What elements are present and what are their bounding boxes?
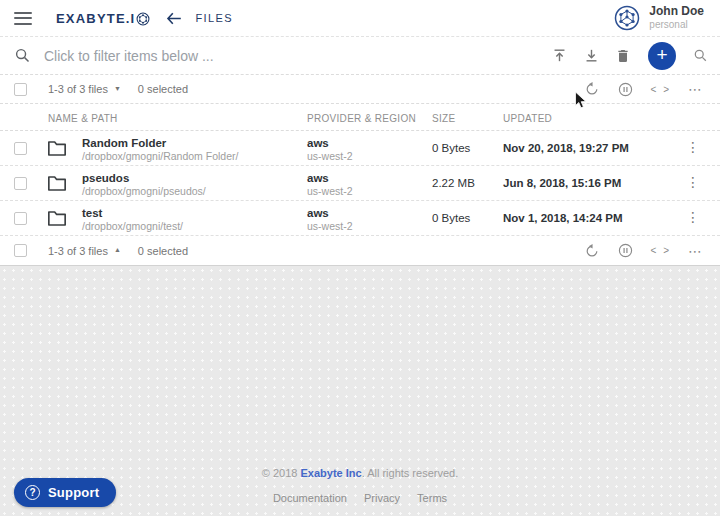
column-name-path[interactable]: NAME & PATH — [48, 113, 118, 124]
provider-cell: aws us-west-2 — [307, 136, 353, 164]
file-size: 0 Bytes — [432, 142, 470, 154]
chevron-up-icon[interactable]: ▲ — [114, 246, 121, 253]
region: us-west-2 — [307, 150, 353, 163]
user-account-type: personal — [649, 19, 704, 31]
folder-icon — [47, 175, 67, 192]
copyright-suffix: . All rights reserved. — [362, 467, 459, 479]
table-row[interactable]: test /dropbox/gmogni/test/ aws us-west-2… — [0, 201, 720, 236]
folder-icon — [47, 140, 67, 157]
column-updated[interactable]: UPDATED — [503, 113, 552, 124]
logo-molecule-icon — [136, 12, 150, 26]
add-button[interactable]: + — [648, 42, 676, 70]
download-icon[interactable] — [583, 47, 600, 64]
more-horizontal-icon[interactable]: ⋯ — [688, 246, 702, 256]
code-icon[interactable]: < > — [651, 84, 671, 95]
footer-link-privacy[interactable]: Privacy — [364, 492, 400, 504]
file-name: pseudos — [82, 171, 206, 185]
selected-count: 0 selected — [138, 83, 188, 95]
content-background: © 2018 Exabyte Inc. All rights reserved.… — [0, 266, 720, 516]
code-icon[interactable]: < > — [651, 245, 671, 256]
filter-bar: + — [0, 37, 720, 75]
pause-icon[interactable] — [617, 81, 634, 98]
avatar — [614, 5, 640, 31]
pause-icon[interactable] — [617, 242, 634, 259]
copyright-prefix: © 2018 — [262, 467, 301, 479]
file-path: /dropbox/gmogni/Random Folder/ — [82, 150, 238, 163]
footer-link-documentation[interactable]: Documentation — [273, 492, 347, 504]
row-checkbox[interactable] — [14, 177, 27, 190]
table-header: NAME & PATH PROVIDER & REGION SIZE UPDAT… — [0, 104, 720, 131]
folder-icon — [47, 210, 67, 227]
chevron-down-icon[interactable]: ▼ — [114, 85, 121, 92]
column-size[interactable]: SIZE — [432, 113, 455, 124]
menu-icon[interactable] — [14, 12, 32, 25]
file-name: Random Folder — [82, 136, 238, 150]
toolbar-bottom: 1-3 of 3 files ▲ 0 selected < > ⋯ — [0, 236, 720, 266]
support-button[interactable]: ? Support — [14, 478, 116, 507]
filter-actions: + — [551, 42, 708, 70]
table-row[interactable]: pseudos /dropbox/gmogni/pseudos/ aws us-… — [0, 166, 720, 201]
select-all-checkbox[interactable] — [14, 244, 27, 257]
provider: aws — [307, 136, 353, 150]
refresh-icon[interactable] — [584, 81, 600, 97]
table-row[interactable]: Random Folder /dropbox/gmogni/Random Fol… — [0, 131, 720, 166]
column-provider-region[interactable]: PROVIDER & REGION — [307, 113, 416, 124]
row-checkbox[interactable] — [14, 142, 27, 155]
row-menu-icon[interactable]: ⋮ — [686, 174, 700, 190]
toolbar-search-icon[interactable] — [693, 48, 708, 63]
region: us-west-2 — [307, 185, 353, 198]
file-size: 2.22 MB — [432, 177, 475, 189]
more-horizontal-icon[interactable]: ⋯ — [688, 84, 702, 94]
file-path: /dropbox/gmogni/pseudos/ — [82, 185, 206, 198]
file-name-cell: pseudos /dropbox/gmogni/pseudos/ — [82, 171, 206, 199]
file-updated: Nov 20, 2018, 19:27 PM — [503, 142, 629, 154]
trash-icon[interactable] — [615, 48, 631, 64]
refresh-icon[interactable] — [584, 243, 600, 259]
user-name: John Doe — [649, 5, 704, 19]
logo[interactable]: EXABYTE.I — [56, 11, 150, 26]
selected-count: 0 selected — [138, 245, 188, 257]
file-path: /dropbox/gmogni/test/ — [82, 220, 183, 233]
back-arrow-icon[interactable] — [166, 12, 182, 25]
file-name: test — [82, 206, 183, 220]
copyright: © 2018 Exabyte Inc. All rights reserved. — [0, 467, 720, 479]
provider-cell: aws us-west-2 — [307, 171, 353, 199]
company-link[interactable]: Exabyte Inc — [300, 467, 361, 479]
file-updated: Nov 1, 2018, 14:24 PM — [503, 212, 623, 224]
file-name-cell: test /dropbox/gmogni/test/ — [82, 206, 183, 234]
user-info: John Doe personal — [649, 5, 706, 30]
user-menu[interactable]: John Doe personal — [614, 5, 706, 31]
file-updated: Jun 8, 2018, 15:16 PM — [503, 177, 621, 189]
filter-input[interactable] — [44, 48, 551, 64]
region: us-west-2 — [307, 220, 353, 233]
row-checkbox[interactable] — [14, 212, 27, 225]
toolbar-top: 1-3 of 3 files ▼ 0 selected < > ⋯ — [0, 75, 720, 104]
provider: aws — [307, 171, 353, 185]
list-actions: < > ⋯ — [584, 81, 702, 98]
list-actions: < > ⋯ — [584, 242, 702, 259]
page-title: FILES — [195, 12, 233, 24]
file-size: 0 Bytes — [432, 212, 470, 224]
logo-text: EXABYTE.I — [56, 11, 135, 26]
help-icon: ? — [25, 485, 40, 500]
row-menu-icon[interactable]: ⋮ — [686, 209, 700, 225]
provider: aws — [307, 206, 353, 220]
row-menu-icon[interactable]: ⋮ — [686, 139, 700, 155]
select-all-checkbox[interactable] — [14, 83, 27, 96]
app-header: EXABYTE.I FILES — [0, 0, 720, 37]
pagination-range[interactable]: 1-3 of 3 files — [48, 245, 108, 257]
file-name-cell: Random Folder /dropbox/gmogni/Random Fol… — [82, 136, 238, 164]
provider-cell: aws us-west-2 — [307, 206, 353, 234]
plus-icon: + — [656, 45, 667, 64]
upload-icon[interactable] — [551, 47, 568, 64]
footer-link-terms[interactable]: Terms — [417, 492, 447, 504]
support-label: Support — [48, 485, 99, 500]
pagination-range[interactable]: 1-3 of 3 files — [48, 83, 108, 95]
app-window: EXABYTE.I FILES — [0, 0, 720, 516]
search-icon — [14, 47, 31, 64]
